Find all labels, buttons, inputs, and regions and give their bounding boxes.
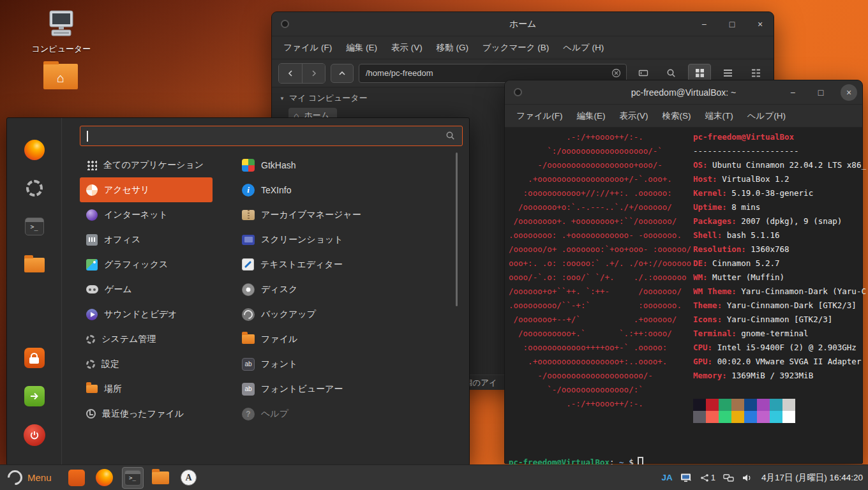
category-settings[interactable]: 設定	[80, 352, 213, 376]
launcher-firefox[interactable]	[94, 467, 116, 489]
app-disks[interactable]: ディスク	[236, 277, 463, 302]
category-office[interactable]: オフィス	[80, 227, 213, 252]
menu-search[interactable]: 検索(S)	[656, 107, 698, 125]
category-graphics[interactable]: グラフィックス	[80, 252, 213, 277]
display-input-icon[interactable]	[680, 473, 692, 483]
input-method-indicator[interactable]: JA	[661, 473, 672, 482]
menu-file[interactable]: ファイル(F)	[510, 107, 569, 125]
app-screenshot[interactable]: スクリーンショット	[236, 227, 463, 252]
file-manager-titlebar[interactable]: ホーム − □ ×	[272, 12, 774, 36]
close-button[interactable]: ×	[841, 84, 857, 101]
app-font-viewer[interactable]: abフォントビューアー	[236, 376, 463, 401]
menu-bookmarks[interactable]: ブックマーク (B)	[476, 39, 555, 57]
application-a-icon: A	[181, 470, 197, 486]
desktop-icon-home-folder[interactable]: ⌂	[30, 64, 91, 89]
app-gtkhash[interactable]: GtkHash	[236, 152, 463, 177]
clear-location-icon[interactable]	[611, 68, 621, 78]
firefox-icon	[24, 140, 45, 160]
network-computers-icon[interactable]	[723, 473, 734, 482]
category-internet[interactable]: インターネット	[80, 202, 213, 227]
desktop-icon-computer[interactable]: コンピューター	[31, 9, 92, 55]
firefox-icon	[96, 469, 113, 486]
minimize-button[interactable]: −	[696, 16, 712, 33]
launcher-software[interactable]	[66, 467, 87, 489]
texinfo-icon: i	[242, 184, 255, 197]
favorite-terminal[interactable]: >_	[24, 216, 45, 237]
volume-icon[interactable]	[742, 473, 752, 483]
menu-favorites-column: >_	[7, 118, 62, 465]
backup-icon	[242, 308, 255, 321]
minimize-button[interactable]: −	[784, 84, 801, 101]
connections-indicator[interactable]: 1	[700, 473, 715, 482]
launcher-files[interactable]	[150, 467, 172, 489]
application-list: GtkHash iTeXInfo アーカイブマネージャー スクリーンショット テ…	[236, 152, 463, 426]
neofetch-ascii-art: .-:/++oooo++/:-. `:/oooooooooooooooooo/-…	[509, 130, 691, 411]
menu-view[interactable]: 表示 (V)	[385, 39, 429, 57]
category-places[interactable]: 場所	[80, 376, 213, 401]
terminal-screen[interactable]: .-:/++oooo++/:-. `:/oooooooooooooooooo/-…	[505, 128, 862, 463]
disclosure-triangle-icon[interactable]: ▼	[280, 96, 285, 101]
disks-icon	[242, 283, 255, 296]
menu-terminal[interactable]: 端末(T)	[699, 107, 740, 125]
lock-screen-button[interactable]	[24, 348, 45, 368]
back-button[interactable]	[279, 64, 302, 83]
up-button[interactable]	[331, 64, 354, 83]
window-menu-dot-icon[interactable]	[514, 88, 522, 96]
clock[interactable]: 4月17日 (月曜日) 16:44:20	[761, 472, 863, 484]
category-sound-video[interactable]: サウンドとビデオ	[80, 302, 213, 327]
favorite-settings[interactable]	[24, 178, 45, 198]
file-manager-title: ホーム	[310, 19, 735, 30]
menu-view[interactable]: 表示(V)	[613, 107, 655, 125]
category-list: 全てのアプリケーション アクセサリ インターネット オフィス グラフィックス ゲ…	[80, 152, 213, 426]
app-archive-manager[interactable]: アーカイブマネージャー	[236, 202, 463, 227]
desktop: コンピューター ⌂ ホーム − □ × ファイル (F) 編集 (E) 表示 (…	[0, 0, 868, 490]
category-system-admin[interactable]: システム管理	[80, 327, 213, 352]
sidebar-section-my-computer[interactable]: ▼ マイ コンピューター	[280, 93, 368, 104]
menu-edit[interactable]: 編集(E)	[571, 107, 612, 125]
system-tray: JA 1 4月17日 (月曜日) 16:44:20	[661, 472, 863, 484]
category-accessories[interactable]: アクセサリ	[80, 177, 213, 202]
taskbar-terminal-active[interactable]: >_	[122, 467, 144, 489]
sound-video-icon	[86, 309, 98, 320]
window-menu-dot-icon[interactable]	[281, 20, 289, 28]
app-texinfo[interactable]: iTeXInfo	[236, 177, 463, 202]
app-backup[interactable]: バックアップ	[236, 302, 463, 327]
maximize-button[interactable]: □	[724, 16, 740, 33]
launcher-application-a[interactable]: A	[178, 467, 200, 489]
terminal-icon: >_	[124, 470, 141, 486]
menu-help[interactable]: ヘルプ(H)	[741, 107, 792, 125]
menu-button-label: Menu	[27, 472, 52, 483]
lock-icon	[31, 353, 38, 357]
app-files[interactable]: ファイル	[236, 327, 463, 352]
forward-button[interactable]	[302, 64, 325, 83]
category-recent-files[interactable]: 最近使ったファイル	[80, 401, 213, 426]
menu-search-box[interactable]	[80, 126, 463, 146]
category-all-applications[interactable]: 全てのアプリケーション	[80, 152, 213, 177]
gtkhash-icon	[242, 159, 255, 172]
app-fonts[interactable]: abフォント	[236, 352, 463, 376]
favorite-files[interactable]	[24, 255, 45, 275]
menu-scrollbar[interactable]	[456, 152, 458, 306]
search-icon	[445, 131, 456, 141]
menu-file[interactable]: ファイル (F)	[277, 39, 338, 57]
maximize-button[interactable]: □	[812, 84, 829, 101]
shutdown-button[interactable]	[24, 424, 45, 446]
file-manager-menubar: ファイル (F) 編集 (E) 表示 (V) 移動 (G) ブックマーク (B)…	[272, 36, 774, 59]
logout-button[interactable]	[24, 386, 45, 406]
home-folder-icon: ⌂	[43, 64, 78, 89]
app-text-editor[interactable]: テキストエディター	[236, 252, 463, 277]
terminal-titlebar[interactable]: pc-freedom@VirtualBox: ~ − □ ×	[505, 80, 862, 105]
font-viewer-icon: ab	[242, 383, 255, 396]
menu-go[interactable]: 移動 (G)	[430, 39, 475, 57]
menu-help[interactable]: ヘルプ (H)	[557, 39, 610, 57]
app-help[interactable]: ?ヘルプ	[236, 401, 463, 426]
menu-button[interactable]: Menu	[5, 469, 57, 486]
menu-edit[interactable]: 編集 (E)	[340, 39, 384, 57]
close-button[interactable]: ×	[752, 16, 768, 33]
favorite-firefox[interactable]	[24, 140, 45, 160]
category-games[interactable]: ゲーム	[80, 277, 213, 302]
menu-search-input[interactable]	[89, 131, 446, 141]
software-icon	[68, 470, 85, 486]
connections-count: 1	[711, 473, 715, 482]
compact-view-icon	[751, 68, 761, 78]
